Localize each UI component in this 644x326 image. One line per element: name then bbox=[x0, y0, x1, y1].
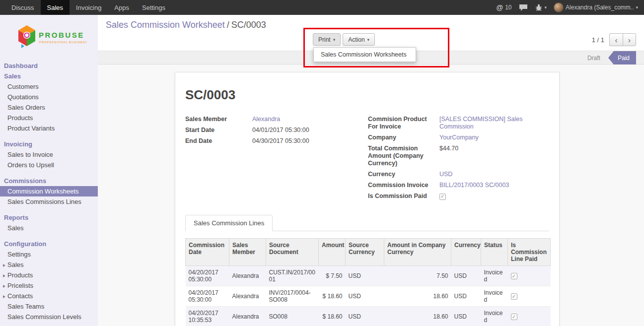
sidebar-item-commission-worksheets[interactable]: Commission Worksheets bbox=[0, 186, 98, 196]
cell-sales-member: Alexandra bbox=[229, 307, 266, 326]
caret-down-icon: ▾ bbox=[333, 37, 336, 42]
sidebar-item-quotations[interactable]: Quotations bbox=[0, 92, 98, 102]
table-row[interactable]: 04/20/2017 10:35:53 Alexandra SO008 $ 18… bbox=[186, 307, 551, 326]
pager-next-button[interactable]: › bbox=[623, 33, 636, 46]
cell-commission-date: 04/20/2017 05:30:00 bbox=[186, 266, 229, 286]
cell-currency: USD bbox=[451, 266, 481, 286]
topbar-menu-discuss[interactable]: Discuss bbox=[5, 0, 41, 15]
sidebar-item-settings[interactable]: Settings bbox=[0, 249, 98, 260]
field-value-commission-product[interactable]: [SALES COMMISSION] Sales Commission bbox=[439, 116, 549, 130]
field-value-sales-member[interactable]: Alexandra bbox=[252, 116, 360, 123]
brand-text: PROBUSE bbox=[39, 31, 84, 39]
cell-currency: USD bbox=[451, 286, 481, 307]
sidebar-heading-commissions[interactable]: Commissions bbox=[0, 176, 98, 186]
col-sales-member[interactable]: Sales Member bbox=[229, 239, 266, 266]
notebook: Sales Commission Lines Commission Date S… bbox=[185, 215, 549, 326]
breadcrumb-parent-link[interactable]: Sales Commission Worksheet bbox=[106, 20, 225, 30]
statusbar: Draft Paid bbox=[579, 51, 636, 65]
field-label-sales-member: Sales Member bbox=[185, 116, 252, 123]
field-value-commission-invoice[interactable]: BILL/2017/0003 SC/0003 bbox=[439, 182, 549, 189]
expand-caret-icon bbox=[3, 295, 5, 298]
sidebar-item-pricelists[interactable]: Pricelists bbox=[0, 280, 98, 291]
cell-amount: $ 7.50 bbox=[319, 266, 346, 286]
sidebar-item-customers[interactable]: Customers bbox=[0, 81, 98, 92]
table-row[interactable]: 04/20/2017 05:30:00 Alexandra CUST.IN/20… bbox=[186, 266, 551, 286]
field-label-currency: Currency bbox=[368, 171, 439, 178]
cell-amount: $ 18.60 bbox=[319, 307, 346, 326]
col-source-document[interactable]: Source Document bbox=[266, 239, 319, 266]
cell-source-currency: USD bbox=[346, 307, 384, 326]
cell-line-paid: ✓ bbox=[508, 286, 551, 307]
at-icon: @ bbox=[497, 3, 503, 11]
line-paid-checkbox: ✓ bbox=[511, 273, 517, 279]
sidebar-item-label: Products bbox=[7, 271, 33, 279]
bug-icon bbox=[535, 3, 543, 11]
topbar-right: @ 10 ▾ Alexandra (Sales_comm.. ▾ bbox=[497, 0, 644, 15]
debug-menu-button[interactable]: ▾ bbox=[535, 3, 547, 11]
sidebar-item-sales-to-invoice[interactable]: Sales to Invoice bbox=[0, 149, 98, 160]
sidebar-heading-dashboard[interactable]: Dashboard bbox=[0, 61, 98, 71]
expand-caret-icon bbox=[3, 285, 5, 288]
field-value-company[interactable]: YourCompany bbox=[439, 134, 549, 141]
table-row[interactable]: 04/20/2017 05:30:00 Alexandra INV/2017/0… bbox=[186, 286, 551, 307]
col-is-commission-line-paid[interactable]: Is Commission Line Paid bbox=[508, 239, 551, 266]
col-currency[interactable]: Currency bbox=[451, 239, 481, 266]
col-amount-company-currency[interactable]: Amount in Company Currency bbox=[384, 239, 451, 266]
sidebar-item-products[interactable]: Products bbox=[0, 113, 98, 123]
user-menu[interactable]: Alexandra (Sales_comm.. ▾ bbox=[554, 2, 638, 12]
topbar-menu-sales[interactable]: Sales bbox=[41, 0, 70, 15]
commission-lines-table: Commission Date Sales Member Source Docu… bbox=[185, 238, 551, 326]
field-value-currency[interactable]: USD bbox=[439, 171, 549, 178]
line-paid-checkbox: ✓ bbox=[511, 314, 517, 320]
cell-company-amount: 18.60 bbox=[384, 286, 451, 307]
sidebar-heading-invoicing[interactable]: Invoicing bbox=[0, 139, 98, 149]
left-field-group: Sales Member Alexandra Start Date 04/01/… bbox=[185, 116, 360, 200]
sidebar-item-config-products[interactable]: Products bbox=[0, 270, 98, 280]
sidebar-heading-configuration[interactable]: Configuration bbox=[0, 239, 98, 249]
pager-previous-button[interactable]: ‹ bbox=[609, 33, 623, 46]
field-label-commission-product: Commision Product For Invoice bbox=[368, 116, 439, 130]
topbar-menu-invoicing[interactable]: Invoicing bbox=[70, 0, 108, 15]
field-label-total-commission-amount: Total Commision Amount (Company Currency… bbox=[368, 145, 439, 167]
toolbar-buttons: Print▾ Action▾ bbox=[313, 33, 375, 46]
tab-sales-commission-lines[interactable]: Sales Commission Lines bbox=[185, 215, 273, 231]
sidebar-item-orders-to-upsell[interactable]: Orders to Upsell bbox=[0, 160, 98, 170]
pager: 1 / 1 ‹ › bbox=[592, 33, 636, 46]
avatar bbox=[554, 2, 564, 12]
cell-source-document: CUST.IN/2017/0001 bbox=[266, 266, 319, 286]
sidebar-item-config-sales[interactable]: Sales bbox=[0, 260, 98, 270]
sidebar-item-contacts[interactable]: Contacts bbox=[0, 291, 98, 301]
cell-status: Invoiced bbox=[481, 307, 508, 326]
print-button[interactable]: Print▾ bbox=[313, 33, 341, 46]
sidebar-item-sales-orders[interactable]: Sales Orders bbox=[0, 102, 98, 113]
mentions-button[interactable]: @ 10 bbox=[497, 3, 512, 11]
sidebar-item-sales-teams[interactable]: Sales Teams bbox=[0, 301, 98, 312]
status-paid[interactable]: Paid bbox=[608, 51, 636, 65]
sidebar-item-product-variants[interactable]: Product Variants bbox=[0, 123, 98, 133]
messages-button[interactable] bbox=[519, 4, 528, 11]
col-source-currency[interactable]: Source Currency bbox=[346, 239, 384, 266]
col-status[interactable]: Status bbox=[481, 239, 508, 266]
action-button[interactable]: Action▾ bbox=[343, 33, 375, 46]
commission-paid-checkbox: ✓ bbox=[439, 194, 446, 200]
cell-commission-date: 04/20/2017 05:30:00 bbox=[186, 286, 229, 307]
col-commission-date[interactable]: Commission Date bbox=[186, 239, 229, 266]
action-button-label: Action bbox=[348, 36, 364, 43]
chevron-right-icon: › bbox=[628, 36, 631, 44]
sidebar-heading-reports[interactable]: Reports bbox=[0, 212, 98, 223]
cell-line-paid: ✓ bbox=[508, 307, 551, 326]
probuse-logo: PROBUSE PROFESSIONAL BUSINESS bbox=[17, 24, 86, 50]
print-button-label: Print bbox=[318, 36, 331, 43]
sidebar-heading-sales[interactable]: Sales bbox=[0, 71, 98, 81]
topbar-menu-apps[interactable]: Apps bbox=[108, 0, 136, 15]
col-amount[interactable]: Amount bbox=[319, 239, 346, 266]
status-draft[interactable]: Draft bbox=[579, 51, 608, 65]
line-paid-checkbox: ✓ bbox=[511, 293, 517, 300]
sidebar-item-reports-sales[interactable]: Sales bbox=[0, 223, 98, 233]
sidebar-item-sales-commissions-lines[interactable]: Sales Commissions Lines bbox=[0, 196, 98, 207]
sidebar-item-sales-commission-levels[interactable]: Sales Commission Levels bbox=[0, 312, 98, 322]
topbar-menu-settings[interactable]: Settings bbox=[136, 0, 172, 15]
cell-status: Invoiced bbox=[481, 266, 508, 286]
logo-wrap: PROBUSE PROFESSIONAL BUSINESS bbox=[0, 15, 98, 60]
dropdown-item-sales-commission-worksheets[interactable]: Sales Commission Worksheets bbox=[314, 48, 416, 62]
